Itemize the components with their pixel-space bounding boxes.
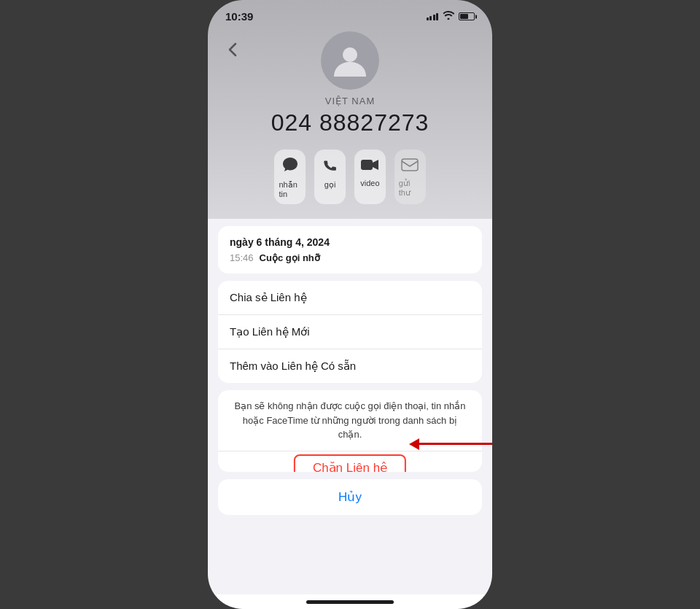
status-icons bbox=[427, 11, 475, 22]
call-log-entry: 15:46 Cuộc gọi nhỡ bbox=[230, 252, 470, 263]
svg-rect-2 bbox=[402, 159, 418, 171]
call-log-time: 15:46 bbox=[230, 252, 254, 263]
home-indicator bbox=[208, 594, 492, 609]
video-label: video bbox=[360, 179, 379, 187]
contact-header: 10:39 bbox=[208, 0, 492, 219]
video-icon bbox=[360, 157, 379, 176]
svg-point-0 bbox=[343, 47, 357, 62]
action-buttons: nhắn tin gọi video bbox=[260, 150, 440, 204]
mail-button[interactable]: gửi thư bbox=[394, 150, 426, 204]
status-bar: 10:39 bbox=[208, 0, 492, 26]
call-button[interactable]: gọi bbox=[314, 150, 346, 204]
call-log-card: ngày 6 tháng 4, 2024 15:46 Cuộc gọi nhỡ bbox=[218, 226, 482, 274]
mail-label: gửi thư bbox=[399, 179, 421, 198]
block-contact-label: Chặn Liên hệ bbox=[294, 454, 406, 472]
contact-number: 024 88827273 bbox=[271, 109, 429, 136]
block-section-wrapper: Bạn sẽ không nhận được cuộc gọi điện tho… bbox=[218, 390, 482, 472]
create-contact-option[interactable]: Tạo Liên hệ Mới bbox=[218, 315, 482, 349]
mail-icon bbox=[401, 157, 419, 176]
avatar bbox=[321, 31, 379, 90]
person-icon bbox=[331, 42, 369, 79]
back-button[interactable] bbox=[221, 38, 244, 61]
options-card: Chia sẻ Liên hệ Tạo Liên hệ Mới Thêm vào… bbox=[218, 281, 482, 383]
phone-icon bbox=[322, 157, 338, 177]
contact-name: VIỆT NAM bbox=[325, 96, 376, 106]
status-time: 10:39 bbox=[225, 10, 253, 23]
block-info-text: Bạn sẽ không nhận được cuộc gọi điện tho… bbox=[218, 390, 482, 451]
message-label: nhắn tin bbox=[279, 180, 301, 198]
add-to-contact-option[interactable]: Thêm vào Liên hệ Có sẵn bbox=[218, 349, 482, 383]
signal-bar-2 bbox=[429, 16, 432, 20]
wifi-icon bbox=[443, 11, 454, 22]
block-contact-button[interactable]: Chặn Liên hệ bbox=[218, 451, 482, 472]
battery-fill bbox=[460, 14, 468, 19]
home-indicator-bar bbox=[306, 600, 394, 604]
battery-icon bbox=[459, 12, 475, 20]
signal-bar-4 bbox=[436, 13, 438, 20]
cancel-label: Hủy bbox=[338, 490, 362, 504]
block-info-card: Bạn sẽ không nhận được cuộc gọi điện tho… bbox=[218, 390, 482, 472]
svg-rect-1 bbox=[361, 160, 373, 170]
signal-bar-3 bbox=[433, 15, 435, 20]
video-button[interactable]: video bbox=[354, 150, 386, 204]
signal-bars-icon bbox=[427, 13, 439, 20]
sheet-area: ngày 6 tháng 4, 2024 15:46 Cuộc gọi nhỡ … bbox=[208, 219, 492, 594]
message-icon bbox=[281, 157, 299, 177]
signal-bar-1 bbox=[427, 18, 429, 20]
call-label: gọi bbox=[324, 180, 336, 190]
message-button[interactable]: nhắn tin bbox=[274, 150, 306, 204]
cancel-card[interactable]: Hủy bbox=[218, 479, 482, 515]
call-log-date: ngày 6 tháng 4, 2024 bbox=[230, 236, 470, 248]
share-contact-option[interactable]: Chia sẻ Liên hệ bbox=[218, 281, 482, 315]
phone-frame: 10:39 bbox=[208, 0, 492, 609]
call-log-type: Cuộc gọi nhỡ bbox=[260, 252, 320, 263]
